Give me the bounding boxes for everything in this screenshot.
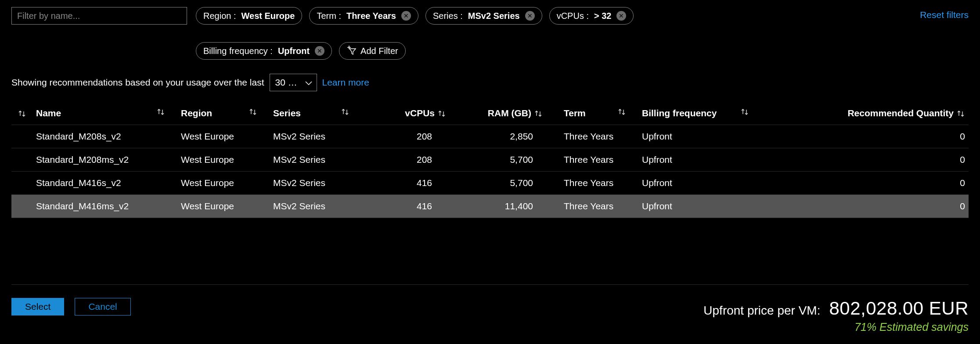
reset-filters-link[interactable]: Reset filters bbox=[920, 7, 969, 20]
filter-chip-label: Billing frequency : bbox=[203, 46, 273, 56]
filter-chip[interactable]: Region : West Europe bbox=[196, 7, 302, 25]
cell-term: Three Years bbox=[546, 195, 638, 218]
cell-qty: 0 bbox=[761, 195, 969, 218]
close-icon[interactable]: ✕ bbox=[616, 11, 626, 21]
sort-icon bbox=[956, 110, 965, 118]
table-row[interactable]: Standard_M416ms_v2West EuropeMSv2 Series… bbox=[11, 195, 969, 218]
cell-series: MSv2 Series bbox=[270, 195, 362, 218]
filter-chip-value: MSv2 Series bbox=[468, 11, 520, 21]
sort-icon[interactable] bbox=[18, 110, 26, 118]
cell-ram: 5,700 bbox=[450, 148, 546, 172]
chevron-down-icon bbox=[305, 77, 312, 88]
estimated-savings: 71% Estimated savings bbox=[703, 321, 969, 333]
col-ram-label: RAM (GB) bbox=[488, 108, 531, 118]
cancel-button[interactable]: Cancel bbox=[75, 298, 130, 315]
cell-term: Three Years bbox=[546, 172, 638, 195]
cell-ram: 11,400 bbox=[450, 195, 546, 218]
cell-ram: 5,700 bbox=[450, 172, 546, 195]
select-button[interactable]: Select bbox=[11, 298, 64, 315]
cell-series: MSv2 Series bbox=[270, 148, 362, 172]
cell-name: Standard_M416s_v2 bbox=[32, 172, 177, 195]
sort-icon bbox=[534, 110, 543, 118]
sort-icon bbox=[617, 108, 626, 116]
price-label: Upfront price per VM: bbox=[703, 304, 820, 318]
table-row[interactable]: Standard_M208s_v2West EuropeMSv2 Series2… bbox=[11, 125, 969, 148]
cell-region: West Europe bbox=[177, 125, 270, 148]
add-filter-icon bbox=[346, 45, 356, 57]
col-series-label: Series bbox=[273, 108, 301, 118]
sort-icon bbox=[341, 108, 349, 116]
col-name[interactable]: Name bbox=[32, 104, 177, 125]
table-row[interactable]: Standard_M416s_v2West EuropeMSv2 Series4… bbox=[11, 172, 969, 195]
cell-qty: 0 bbox=[761, 172, 969, 195]
cell-name: Standard_M208ms_v2 bbox=[32, 148, 177, 172]
col-term[interactable]: Term bbox=[546, 104, 638, 125]
cell-billing: Upfront bbox=[638, 195, 761, 218]
col-name-label: Name bbox=[36, 108, 61, 118]
filter-chip-label: Term : bbox=[317, 11, 341, 21]
filter-chip-value: Three Years bbox=[346, 11, 396, 21]
col-recommended-quantity[interactable]: Recommended Quantity bbox=[761, 104, 969, 125]
sort-icon bbox=[437, 110, 446, 118]
usage-period-select[interactable]: 30 d… bbox=[270, 74, 317, 91]
col-billing[interactable]: Billing frequency bbox=[638, 104, 761, 125]
sort-icon bbox=[249, 108, 257, 116]
cell-vcpus: 208 bbox=[362, 125, 450, 148]
col-ram[interactable]: RAM (GB) bbox=[450, 104, 546, 125]
filter-chip-value: > 32 bbox=[594, 11, 611, 21]
col-region[interactable]: Region bbox=[177, 104, 270, 125]
filter-chip-label: Series : bbox=[433, 11, 463, 21]
close-icon[interactable]: ✕ bbox=[315, 46, 324, 56]
add-filter-button[interactable]: Add Filter bbox=[339, 42, 406, 60]
cell-region: West Europe bbox=[177, 172, 270, 195]
cell-vcpus: 208 bbox=[362, 148, 450, 172]
col-vcpus[interactable]: vCPUs bbox=[362, 104, 450, 125]
sort-icon bbox=[156, 108, 165, 116]
col-series[interactable]: Series bbox=[270, 104, 362, 125]
cell-vcpus: 416 bbox=[362, 172, 450, 195]
filter-chip[interactable]: Series : MSv2 Series✕ bbox=[425, 7, 542, 25]
table-row[interactable]: Standard_M208ms_v2West EuropeMSv2 Series… bbox=[11, 148, 969, 172]
cell-series: MSv2 Series bbox=[270, 125, 362, 148]
cell-region: West Europe bbox=[177, 148, 270, 172]
price-value: 802,028.00 EUR bbox=[829, 298, 969, 319]
cell-qty: 0 bbox=[761, 148, 969, 172]
filter-chip-label: vCPUs : bbox=[557, 11, 589, 21]
col-term-label: Term bbox=[564, 108, 586, 118]
cell-qty: 0 bbox=[761, 125, 969, 148]
filter-chip[interactable]: Billing frequency : Upfront✕ bbox=[196, 42, 332, 60]
filter-chip-value: West Europe bbox=[241, 11, 295, 21]
cell-billing: Upfront bbox=[638, 148, 761, 172]
filter-chip[interactable]: vCPUs : > 32✕ bbox=[549, 7, 634, 25]
col-billing-label: Billing frequency bbox=[642, 108, 717, 118]
col-region-label: Region bbox=[181, 108, 212, 118]
filter-chip-value: Upfront bbox=[278, 46, 310, 56]
cell-billing: Upfront bbox=[638, 172, 761, 195]
cell-series: MSv2 Series bbox=[270, 172, 362, 195]
cell-term: Three Years bbox=[546, 148, 638, 172]
cell-region: West Europe bbox=[177, 195, 270, 218]
filter-chip-label: Region : bbox=[203, 11, 236, 21]
col-vcpus-label: vCPUs bbox=[405, 108, 435, 118]
filter-chip[interactable]: Term : Three Years✕ bbox=[309, 7, 418, 25]
cell-vcpus: 416 bbox=[362, 195, 450, 218]
cell-billing: Upfront bbox=[638, 125, 761, 148]
filter-by-name-input[interactable] bbox=[11, 7, 187, 25]
sort-icon bbox=[740, 108, 749, 116]
recommendations-table: Name Region Series bbox=[11, 104, 969, 218]
add-filter-label: Add Filter bbox=[360, 46, 398, 56]
close-icon[interactable]: ✕ bbox=[401, 11, 411, 21]
col-qty-label: Recommended Quantity bbox=[847, 108, 954, 118]
recommendation-text: Showing recommendations based on your us… bbox=[11, 77, 264, 88]
cell-name: Standard_M416ms_v2 bbox=[32, 195, 177, 218]
cell-ram: 2,850 bbox=[450, 125, 546, 148]
cell-name: Standard_M208s_v2 bbox=[32, 125, 177, 148]
learn-more-link[interactable]: Learn more bbox=[322, 77, 369, 88]
close-icon[interactable]: ✕ bbox=[525, 11, 535, 21]
usage-period-value: 30 d… bbox=[275, 77, 301, 88]
cell-term: Three Years bbox=[546, 125, 638, 148]
